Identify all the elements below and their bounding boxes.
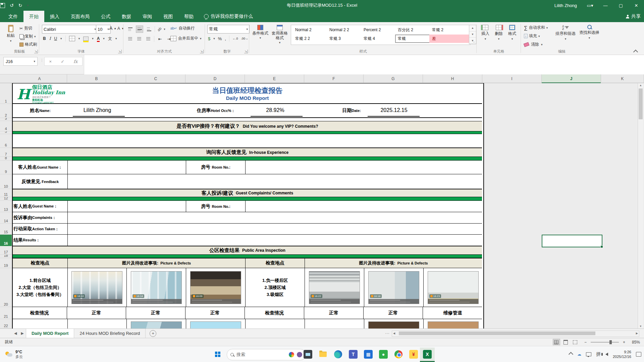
horizontal-scrollbar[interactable]: ◀ ▶ — [392, 330, 639, 337]
row-header-12[interactable]: 12 — [0, 197, 12, 201]
increase-decimal-icon[interactable]: ←.0 — [232, 37, 238, 40]
column-header-G[interactable]: G — [364, 74, 423, 83]
zoom-level[interactable]: 85% — [629, 340, 640, 345]
format-painter-button[interactable]: 格式刷 — [19, 42, 37, 47]
taskbar-clock[interactable]: 9:26 2025/12/16 — [613, 350, 631, 359]
ime-indicator[interactable]: 拼 — [596, 351, 601, 357]
sheet-tab-Daily-MOD-Report[interactable]: Daily MOD Report — [26, 329, 74, 338]
fill-color-icon[interactable] — [83, 37, 89, 41]
status-value[interactable]: 维修管道 — [423, 307, 482, 319]
tab-scroll-left-icon[interactable]: ◀ — [12, 331, 19, 336]
comma-style-icon[interactable]: , — [225, 36, 226, 41]
app-icon-chrome[interactable] — [394, 350, 403, 359]
page-break-view-icon[interactable] — [572, 339, 579, 345]
row-header-11[interactable]: 11 — [0, 189, 12, 197]
column-header-J[interactable]: J — [542, 74, 601, 83]
inspection-photo-1[interactable]: 16:10 — [71, 271, 122, 304]
row-header-5[interactable]: 5 — [0, 131, 12, 134]
ribbon-tab-审阅[interactable]: 审阅 — [137, 11, 158, 22]
ribbon-tab-页面布局[interactable]: 页面布局 — [65, 11, 95, 22]
font-dialog-launcher-icon[interactable]: ↘ — [118, 50, 122, 53]
zoom-slider-thumb[interactable] — [609, 340, 612, 344]
font-size-select[interactable]: 10▾ — [96, 25, 111, 34]
format-cells-button[interactable]: 格式▾ — [506, 25, 519, 41]
column-header-A[interactable]: A — [12, 74, 67, 83]
status-value[interactable]: 正常 — [364, 307, 423, 319]
action-input-cell[interactable] — [68, 224, 482, 234]
bold-button[interactable]: B — [43, 36, 46, 41]
search-avatar-icon[interactable] — [297, 352, 302, 357]
volume-icon[interactable] — [605, 353, 608, 356]
column-header-B[interactable]: B — [67, 74, 126, 83]
italic-button[interactable]: I — [49, 36, 51, 41]
insert-cells-button[interactable]: 插入▾ — [479, 25, 492, 41]
inspection-photo-partial-4[interactable] — [428, 321, 479, 328]
status-header-right[interactable]: 检查情况 — [245, 307, 304, 319]
inspection-photo-partial-1[interactable] — [131, 321, 182, 328]
row-header-17[interactable]: 17 — [0, 246, 12, 255]
conditional-formatting-button[interactable]: 条件格式▾ — [251, 25, 269, 40]
row-header-13[interactable]: 13 — [0, 201, 12, 212]
app-icon-file-explorer[interactable] — [319, 350, 327, 359]
grow-font-button[interactable]: A▲ — [109, 25, 116, 31]
formula-input[interactable] — [84, 55, 644, 74]
cell-style-常规[interactable]: 常规 — [395, 35, 435, 43]
date-value[interactable]: 2025.12.15 — [364, 107, 424, 113]
status-value[interactable]: 正常 — [126, 307, 185, 319]
column-header-H[interactable]: H — [423, 74, 482, 83]
inspection-photo-partial-3[interactable] — [368, 321, 419, 328]
column-header-I[interactable]: I — [482, 74, 542, 83]
phonetic-guide-icon[interactable]: 文 — [108, 36, 112, 42]
cell-style-常规 2 2[interactable]: 常规 2 2 — [292, 35, 332, 43]
sheet-tab-24-Hours-MOD-Briefing-Record[interactable]: 24 Hours MOD Briefing Record — [74, 329, 146, 338]
cell-style-常规 3[interactable]: 常规 3 — [327, 35, 366, 43]
paste-button[interactable]: 粘贴▾ — [3, 25, 18, 43]
row-header-2[interactable]: 2 — [0, 104, 12, 118]
ribbon-tab-视图[interactable]: 视图 — [158, 11, 178, 22]
app-icon-green[interactable]: ● — [379, 350, 388, 359]
cloud-icon[interactable]: ☁ — [577, 352, 581, 357]
hscroll-left-icon[interactable]: ◀ — [393, 332, 395, 335]
close-button[interactable]: ✕ — [629, 0, 644, 11]
align-center-icon[interactable] — [136, 36, 143, 42]
percent-style-icon[interactable]: % — [218, 36, 222, 41]
row-header-6[interactable]: 6 — [0, 134, 12, 148]
row-header-18[interactable]: 18 — [0, 255, 12, 258]
column-header-D[interactable]: D — [185, 74, 245, 83]
row-header-4[interactable]: 4 — [0, 121, 12, 131]
cell-style-Percent 2[interactable]: Percent 2 — [361, 26, 400, 34]
horizontal-scroll-thumb[interactable] — [399, 331, 595, 335]
maximize-button[interactable]: ▢ — [613, 0, 629, 11]
font-name-select[interactable]: Calibri▾ — [42, 25, 98, 34]
accounting-format-icon[interactable]: $ — [208, 36, 210, 41]
app-icon-finance[interactable]: ¥ — [409, 350, 418, 359]
collapse-ribbon-icon[interactable] — [633, 50, 638, 54]
scroll-down-icon[interactable]: ▼ — [639, 325, 642, 328]
align-middle-icon[interactable] — [136, 25, 143, 33]
row-header-1[interactable]: 1 — [0, 83, 12, 104]
row-header-7[interactable]: 7 — [0, 148, 12, 157]
clipboard-dialog-launcher-icon[interactable]: ↘ — [34, 50, 38, 53]
decrease-indent-icon[interactable]: ⇤ — [157, 36, 163, 42]
borders-icon[interactable] — [69, 36, 75, 41]
action-center-icon[interactable] — [636, 352, 641, 357]
row-header-8[interactable]: 8 — [0, 157, 12, 161]
font-color-icon[interactable]: A — [97, 36, 100, 41]
feedback-input-cell[interactable] — [68, 174, 482, 189]
tab-splitter[interactable]: ⋯ — [385, 331, 389, 336]
inspection-photo-partial-2[interactable] — [190, 321, 241, 328]
app-icon-store[interactable]: ▦ — [364, 350, 373, 359]
zoom-out-icon[interactable]: − — [584, 340, 587, 345]
column-header-C[interactable]: C — [126, 74, 185, 83]
tell-me-box[interactable]: 告诉我你想要做什么 — [199, 13, 258, 19]
share-button[interactable]: 共享 — [626, 11, 641, 22]
cancel-entry-icon[interactable]: × — [49, 59, 52, 64]
scroll-up-icon[interactable]: ▲ — [639, 84, 642, 87]
display-icon[interactable] — [586, 352, 591, 356]
ribbon-tab-文件[interactable]: 文件 — [3, 11, 23, 22]
hidden-icons-chevron[interactable] — [569, 352, 573, 357]
cell-style-Normal 2[interactable]: Normal 2 — [292, 26, 332, 34]
zoom-in-icon[interactable]: + — [623, 340, 625, 345]
row-header-19[interactable]: 19 — [0, 258, 12, 268]
row-header-21[interactable]: 21 — [0, 307, 12, 319]
